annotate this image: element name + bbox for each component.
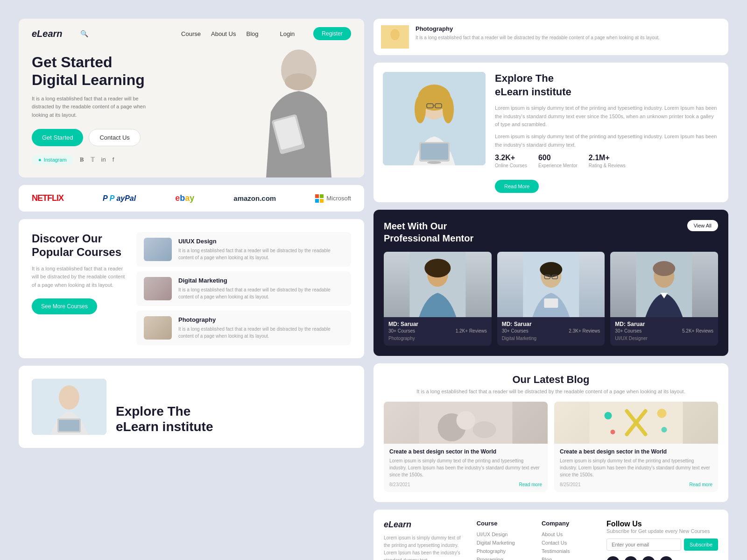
mentor-header: Meet With Our Professional Mentor View A… [384,220,718,244]
view-all-mentors-button[interactable]: View All [687,220,718,231]
left-panel: eLearn 🔍 Course About Us Blog Login Regi… [19,19,364,560]
hero-content: Get Started Digital Learning It is a lon… [19,49,364,165]
mentor-card-1[interactable]: MD: Saruar 30+ Courses 1.2K+ Reviews Pho… [384,252,492,346]
explore-preview-text: Explore The eLearn institute [116,404,213,435]
svg-point-44 [657,409,667,418]
blog-card-content-1: Create a best design sector in the World… [384,444,548,492]
footer-brand: eLearn Lorem ipsum is simply dummy text … [384,520,467,560]
blog-card-2[interactable]: Create a best design sector in the World… [554,402,718,492]
footer-link-photography[interactable]: Photography [477,548,532,554]
logo: eLearn [32,28,63,39]
mentor-title: Meet With Our Professional Mentor [384,220,473,244]
nav-about[interactable]: About Us [211,29,236,38]
blog-read-more-2[interactable]: Read more [690,482,712,487]
mentor-meta-1: 30+ Courses 1.2K+ Reviews [388,328,487,333]
facebook-icon[interactable]: f [113,156,114,163]
institute-image [383,72,486,165]
svg-point-14 [443,95,454,123]
mentor-card-3[interactable]: MD: Saruar 30+ Courses 5.2K+ Reviews UI/… [610,252,718,346]
footer-company-col: Company About Us Contact Us Testimonials… [542,520,597,560]
hero-description: It is a long established fact that a rea… [32,95,153,120]
search-icon[interactable]: 🔍 [80,30,88,37]
course-card-photo[interactable]: Photography It is a long established fac… [136,311,351,345]
course-thumb-uiux [144,238,172,261]
institute-content: Explore The eLearn institute Lorem ipsum… [495,72,719,193]
svg-point-33 [653,261,676,276]
nav-course[interactable]: Course [181,29,201,38]
mentor-card-2[interactable]: MD: Saruar 30+ Courses 2.3K+ Reviews Dig… [497,252,605,346]
login-link[interactable]: Login [280,30,295,37]
svg-point-41 [605,412,612,419]
footer-company-links: About Us Contact Us Testimonials Blog [542,532,597,560]
footer-linkedin-icon[interactable]: in [642,556,655,560]
courses-left: Discover Our Popular Courses It is a lon… [32,232,125,345]
footer-social-icons: t f in ig [606,556,718,560]
course-card-digital[interactable]: Digital Marketing It is a long establish… [136,271,351,306]
footer-link-blog[interactable]: Blog [542,557,597,560]
institute-desc2: Lorem ipsum is simply dummy text of the … [495,133,719,149]
hero-title: Get Started Digital Learning [32,53,181,89]
mentor-meta-2: 30+ Courses 2.3K+ Reviews [502,328,600,333]
blog-read-more-1[interactable]: Read more [519,482,542,487]
footer-course-links: UI/UX Design Digital Marketing Photograp… [477,532,532,560]
mentor-section: Meet With Our Professional Mentor View A… [374,210,728,356]
mentor3-svg [610,252,718,317]
svg-point-26 [540,262,562,277]
subscribe-button[interactable]: Subscribe [684,539,718,551]
svg-point-13 [415,95,426,123]
footer-follow-col: Follow Us Subscribe for Get update every… [606,520,718,560]
mentor-photo-3 [610,252,718,317]
nav-links: Course About Us Blog [181,29,258,38]
footer-link-testimonials[interactable]: Testimonials [542,548,597,554]
get-started-button[interactable]: Get Started [32,129,83,146]
microsoft-icon [315,194,324,203]
footer-instagram-icon[interactable]: ig [660,556,673,560]
blog-card-image-1 [384,402,548,444]
footer-facebook-icon[interactable]: f [624,556,637,560]
hero-section: eLearn 🔍 Course About Us Blog Login Regi… [19,19,364,177]
top-blog-img [381,25,409,49]
blog-card-content-2: Create a best design sector in the World… [554,444,718,492]
course-card-uiux[interactable]: UI/UX Design It is a long established fa… [136,232,351,267]
linkedin-icon[interactable]: in [101,156,106,163]
mentor1-svg [384,252,492,317]
footer-link-contact[interactable]: Contact Us [542,540,597,546]
footer-link-programing[interactable]: Programing [477,557,532,560]
contact-us-button[interactable]: Contact Us [89,129,140,146]
footer-follow-desc: Subscribe for Get update every New Cours… [606,528,718,534]
svg-rect-19 [421,143,448,160]
footer-link-uiux[interactable]: UI/UX Design [477,532,532,537]
blog-meta-2: 8/25/2021 Read more [560,482,712,487]
course-thumb-photo [144,316,172,340]
top-blog-info: Photography It is a long established fac… [416,25,660,41]
svg-point-42 [662,427,667,432]
explore-preview: Explore The eLearn institute [19,366,364,448]
top-blog-preview: Photography It is a long established fac… [374,19,728,55]
mentor-photo-1 [384,252,492,317]
instagram-icon: ● [38,157,42,163]
blog-card-1[interactable]: Create a best design sector in the World… [384,402,548,492]
footer-link-about[interactable]: About Us [542,532,597,537]
svg-point-36 [457,411,475,430]
read-more-button[interactable]: Read More [495,180,539,193]
footer-twitter-icon[interactable]: t [606,556,620,560]
instagram-link[interactable]: ● Instagram [32,155,73,165]
svg-point-23 [424,259,451,277]
brand-amazon: amazon.com [233,194,276,202]
twitter-icon[interactable]: 𝕋 [91,156,95,163]
email-input[interactable] [606,539,681,551]
blog-header: Our Latest Blog It is a long established… [384,374,718,394]
brand-paypal: PPayPal [103,194,136,203]
nav-blog[interactable]: Blog [246,29,258,38]
behance-icon[interactable]: 𝐁 [80,156,84,163]
course-info-digital: Digital Marketing It is a long establish… [178,277,344,300]
mentor-info-3: MD: Saruar 30+ Courses 5.2K+ Reviews UI/… [610,317,718,346]
stat-online-courses: 3.2K+ Online Courses [495,154,527,173]
footer-logo: eLearn [384,520,467,530]
top-blog-thumbnail [381,25,409,49]
courses-description: It is a long established fact that a rea… [32,265,125,290]
see-more-courses-button[interactable]: See More Courses [32,298,97,314]
woman-svg [32,379,106,435]
brand-netflix: NETFLIX [32,193,63,203]
footer-link-digital[interactable]: Digital Marketing [477,540,532,546]
